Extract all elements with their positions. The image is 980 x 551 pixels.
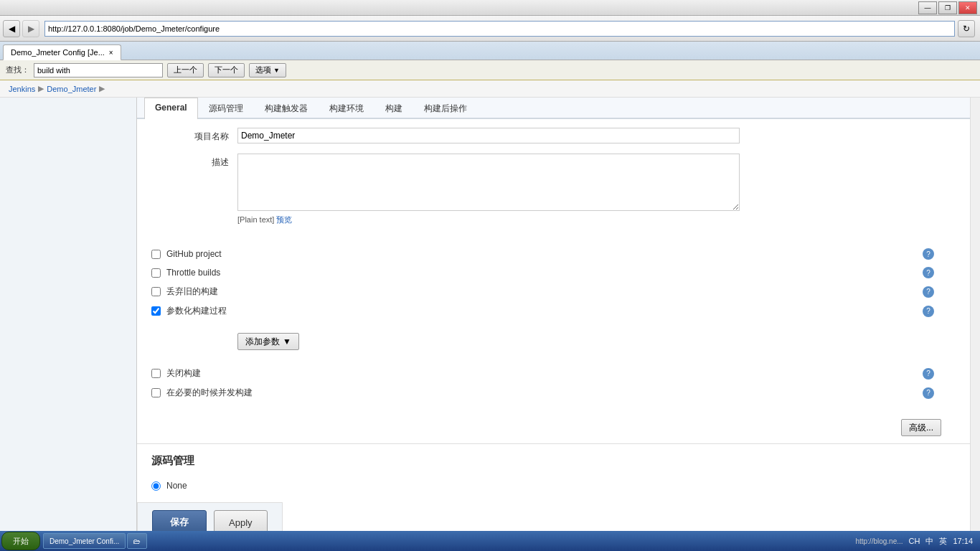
check-row-discard: 丢弃旧的构建 ? — [151, 286, 956, 298]
desc-textarea[interactable] — [237, 154, 740, 211]
advanced-btn[interactable]: 高级... — [901, 419, 941, 436]
radio-none[interactable] — [151, 481, 161, 491]
bottom-buttons: 保存 Apply — [137, 502, 283, 531]
tab-general[interactable]: General — [144, 98, 198, 119]
check-row-concurrent: 在必要的时候并发构建 ? — [151, 387, 956, 399]
check-row-param: 参数化构建过程 ? — [151, 305, 956, 317]
tab-build[interactable]: 构建 — [374, 98, 413, 119]
tab-close-icon[interactable]: × — [109, 49, 113, 57]
desc-hint-text: [Plain text] — [237, 215, 274, 224]
radio-none-label: None — [166, 481, 187, 491]
name-row: 项目名称 — [151, 128, 956, 145]
desc-preview-link[interactable]: 预览 — [276, 215, 292, 224]
checkbox-param[interactable] — [151, 306, 161, 316]
check-row-disable: 关闭构建 ? — [151, 367, 956, 380]
taskbar-app-label: Demo_Jmeter Confi... — [50, 537, 119, 545]
radio-row-none: None — [151, 481, 956, 491]
find-prev-btn[interactable]: 上一个 — [167, 63, 204, 77]
checkbox-discard-label: 丢弃旧的构建 — [166, 286, 218, 298]
checkbox-github-label: GitHub project — [166, 249, 222, 259]
help-icon-discard[interactable]: ? — [923, 286, 934, 298]
window-controls: — ❐ ✕ — [918, 1, 977, 14]
browser-window: — ❐ ✕ ◀ ▶ ↻ Demo_Jmeter Config [Je... × … — [0, 0, 980, 531]
tab-env[interactable]: 构建环境 — [319, 98, 374, 119]
breadcrumb-jenkins[interactable]: Jenkins — [9, 85, 35, 93]
find-options-arrow: ▼ — [273, 67, 280, 74]
tab-post-build[interactable]: 构建后操作 — [413, 98, 478, 119]
checkbox-discard[interactable] — [151, 287, 161, 296]
advanced-wrap: 高级... — [137, 419, 970, 436]
start-button[interactable]: 开始 — [1, 532, 40, 550]
add-params-btn[interactable]: 添加参数 ▼ — [237, 333, 299, 350]
breadcrumb: Jenkins ▶ Demo_Jmeter ▶ — [0, 80, 980, 98]
sidebar — [0, 98, 136, 531]
name-label: 项目名称 — [151, 128, 237, 143]
title-bar: — ❐ ✕ — [0, 0, 980, 16]
start-label: 开始 — [13, 536, 29, 547]
find-label: 查找： — [6, 65, 29, 75]
tab-source[interactable]: 源码管理 — [198, 98, 254, 119]
find-options-label: 选项 — [255, 65, 271, 75]
refresh-btn[interactable]: ↻ — [958, 20, 975, 37]
taskbar-file-manager[interactable]: 🗁 — [127, 533, 147, 549]
check-section-2: 关闭构建 ? 在必要的时候并发构建 ? — [137, 362, 970, 412]
help-icon-param[interactable]: ? — [923, 306, 934, 317]
forward-btn[interactable]: ▶ — [22, 20, 39, 37]
maximize-btn[interactable]: ❐ — [938, 1, 957, 14]
desc-hint: [Plain text] 预览 — [237, 215, 956, 225]
check-row-throttle: Throttle builds ? — [151, 267, 956, 278]
taskbar-clock: 17:14 — [953, 537, 973, 545]
add-params-label: 添加参数 — [245, 336, 280, 348]
taskbar-url-hint: http://blog.ne... — [855, 537, 903, 545]
tab-triggers[interactable]: 构建触发器 — [254, 98, 319, 119]
close-window-btn[interactable]: ✕ — [958, 1, 977, 14]
tab-label: Demo_Jmeter Config [Je... — [11, 48, 105, 57]
checkbox-disable-label: 关闭构建 — [166, 367, 201, 380]
taskbar-right-area: http://blog.ne... CH 中 英 17:14 — [855, 536, 979, 547]
add-params-wrap: 添加参数 ▼ — [137, 330, 970, 356]
breadcrumb-sep2: ▶ — [99, 84, 105, 93]
find-options-btn[interactable]: 选项 ▼ — [249, 63, 286, 77]
find-bar: 查找： 上一个 下一个 选项 ▼ — [0, 60, 980, 80]
nav-bar: ◀ ▶ ↻ — [0, 16, 980, 42]
checkbox-param-label: 参数化构建过程 — [166, 305, 227, 317]
checkbox-github[interactable] — [151, 250, 161, 259]
help-icon-concurrent[interactable]: ? — [923, 387, 934, 399]
desc-row: 描述 [Plain text] 预览 — [151, 154, 956, 225]
back-btn[interactable]: ◀ — [3, 20, 20, 37]
tab-bar: Demo_Jmeter Config [Je... × — [0, 42, 980, 60]
taskbar-lang-ch[interactable]: CH — [909, 537, 920, 545]
find-input[interactable] — [34, 63, 163, 77]
taskbar-lang-zh[interactable]: 中 — [925, 536, 933, 547]
folder-icon: 🗁 — [133, 537, 141, 545]
config-tabs: General 源码管理 构建触发器 构建环境 构建 构建后操作 — [137, 98, 970, 119]
breadcrumb-demo[interactable]: Demo_Jmeter — [47, 85, 96, 93]
help-icon-disable[interactable]: ? — [923, 368, 934, 380]
checkbox-concurrent[interactable] — [151, 388, 161, 397]
add-params-arrow-icon: ▼ — [283, 336, 291, 347]
form-content: 项目名称 描述 [Plain text] 预览 — [137, 119, 970, 242]
name-control — [237, 128, 956, 143]
save-btn[interactable]: 保存 — [152, 510, 207, 531]
address-bar[interactable] — [44, 21, 955, 37]
apply-btn[interactable]: Apply — [214, 510, 268, 531]
scrollbar[interactable] — [970, 98, 980, 531]
desc-label: 描述 — [151, 154, 237, 169]
source-section-heading: 源码管理 — [137, 443, 970, 475]
check-section: GitHub project ? Throttle builds ? 丢弃旧的构… — [137, 242, 970, 330]
desc-control: [Plain text] 预览 — [237, 154, 956, 225]
browser-tab-active[interactable]: Demo_Jmeter Config [Je... × — [3, 44, 121, 60]
name-input[interactable] — [237, 128, 740, 143]
breadcrumb-sep1: ▶ — [38, 84, 44, 93]
taskbar-app-item[interactable]: Demo_Jmeter Confi... — [43, 533, 126, 549]
find-next-btn[interactable]: 下一个 — [208, 63, 245, 77]
help-icon-github[interactable]: ? — [923, 248, 934, 260]
checkbox-throttle[interactable] — [151, 268, 161, 278]
minimize-btn[interactable]: — — [918, 1, 937, 14]
config-area: General 源码管理 构建触发器 构建环境 构建 构建后操作 项目名称 — [136, 98, 970, 531]
help-icon-throttle[interactable]: ? — [923, 267, 934, 278]
taskbar-lang-en[interactable]: 英 — [939, 536, 947, 547]
main-container: General 源码管理 构建触发器 构建环境 构建 构建后操作 项目名称 — [0, 98, 980, 531]
checkbox-disable[interactable] — [151, 369, 161, 378]
checkbox-concurrent-label: 在必要的时候并发构建 — [166, 387, 253, 399]
